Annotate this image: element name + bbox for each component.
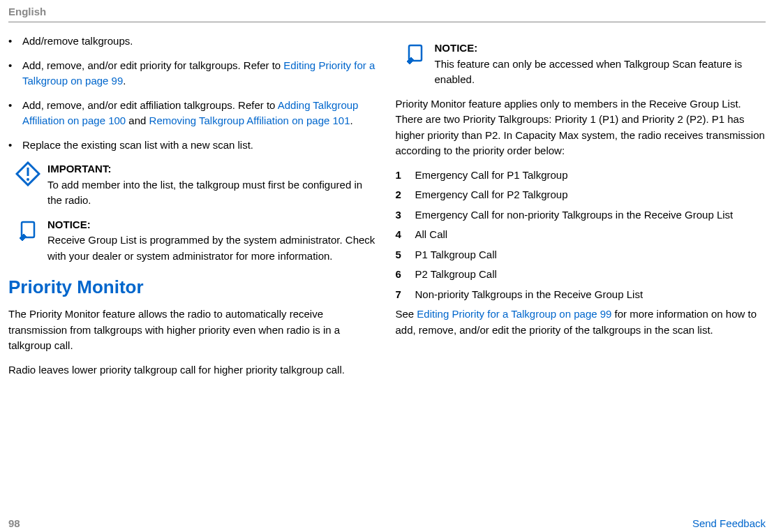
important-icon	[8, 161, 47, 209]
list-number: 5	[396, 247, 415, 263]
notice-icon	[396, 40, 435, 88]
notice-text: NOTICE: This feature can only be accesse…	[435, 40, 766, 88]
svg-point-2	[27, 178, 29, 181]
list-text: Emergency Call for non-priority Talkgrou…	[415, 207, 734, 223]
bullet-dot: •	[8, 34, 22, 50]
list-text: P2 Talkgroup Call	[415, 267, 497, 283]
paragraph: The Priority Monitor feature allows the …	[8, 306, 379, 354]
content-columns: • Add/remove talkgroups. • Add, remove, …	[8, 34, 766, 386]
bullet-text-post: .	[350, 114, 353, 126]
important-body: To add member into the list, the talkgro…	[47, 177, 379, 209]
bullet-text-pre: Add, remove, and/or edit priority for ta…	[22, 59, 283, 71]
notice-body: Receive Group List is programmed by the …	[47, 232, 379, 264]
list-number: 4	[396, 227, 415, 243]
bullet-text-post: .	[123, 75, 126, 87]
list-text: Emergency Call for P1 Talkgroup	[415, 168, 568, 184]
notice-callout: NOTICE: This feature can only be accesse…	[396, 40, 766, 88]
bullet-dot: •	[8, 138, 22, 154]
list-item: 4 All Call	[396, 227, 766, 243]
list-text: All Call	[415, 227, 448, 243]
left-column: • Add/remove talkgroups. • Add, remove, …	[8, 34, 379, 386]
page-number: 98	[8, 517, 20, 529]
page-header: English	[8, 6, 766, 17]
bullet-text-pre: Add, remove, and/or edit affiliation tal…	[22, 99, 278, 111]
list-text: P1 Talkgroup Call	[415, 247, 497, 263]
important-text: IMPORTANT: To add member into the list, …	[47, 161, 379, 209]
bullet-text: Add, remove, and/or edit priority for ta…	[22, 58, 379, 89]
list-item: 5 P1 Talkgroup Call	[396, 247, 766, 263]
link-remove-affiliation[interactable]: Removing Talkgroup Affiliation on page 1…	[149, 114, 350, 126]
notice-title: NOTICE:	[47, 217, 379, 233]
paragraph: Priority Monitor feature applies only to…	[396, 96, 766, 159]
list-item: 7 Non-priority Talkgroups in the Receive…	[396, 287, 766, 303]
list-item: 2 Emergency Call for P2 Talkgroup	[396, 187, 766, 203]
closing-paragraph: See Editing Priority for a Talkgroup on …	[396, 306, 766, 338]
notice-callout: NOTICE: Receive Group List is programmed…	[8, 217, 379, 265]
paragraph: Radio leaves lower priority talkgroup ca…	[8, 362, 379, 378]
list-number: 7	[396, 287, 415, 303]
bullet-text: Add, remove, and/or edit affiliation tal…	[22, 98, 379, 129]
bullet-item: • Add, remove, and/or edit priority for …	[8, 58, 379, 89]
list-number: 3	[396, 207, 415, 223]
header-divider	[8, 22, 766, 22]
bullet-item: • Add/remove talkgroups.	[8, 34, 379, 50]
send-feedback-link[interactable]: Send Feedback	[692, 517, 766, 529]
section-title-priority-monitor: Priority Monitor	[8, 276, 379, 298]
list-text: Non-priority Talkgroups in the Receive G…	[415, 287, 643, 303]
bullet-item: • Replace the existing scan list with a …	[8, 138, 379, 154]
list-item: 3 Emergency Call for non-priority Talkgr…	[396, 207, 766, 223]
bullet-item: • Add, remove, and/or edit affiliation t…	[8, 98, 379, 129]
bullet-text: Add/remove talkgroups.	[22, 34, 379, 50]
list-number: 1	[396, 168, 415, 184]
list-number: 6	[396, 267, 415, 283]
closing-pre: See	[396, 308, 417, 320]
bullet-dot: •	[8, 58, 22, 89]
bullet-text: Replace the existing scan list with a ne…	[22, 138, 379, 154]
list-item: 6 P2 Talkgroup Call	[396, 267, 766, 283]
list-number: 2	[396, 187, 415, 203]
page-footer: 98 Send Feedback	[8, 517, 766, 529]
important-title: IMPORTANT:	[47, 161, 379, 177]
notice-text: NOTICE: Receive Group List is programmed…	[47, 217, 379, 265]
notice-icon	[8, 217, 47, 265]
list-item: 1 Emergency Call for P1 Talkgroup	[396, 168, 766, 184]
right-column: NOTICE: This feature can only be accesse…	[396, 34, 766, 386]
notice-title: NOTICE:	[435, 40, 766, 57]
important-callout: IMPORTANT: To add member into the list, …	[8, 161, 379, 209]
link-edit-priority-2[interactable]: Editing Priority for a Talkgroup on page…	[417, 308, 611, 320]
bullet-dot: •	[8, 98, 22, 129]
bullet-text-mid: and	[126, 114, 149, 126]
list-text: Emergency Call for P2 Talkgroup	[415, 187, 568, 203]
notice-body: This feature can only be accessed when T…	[435, 57, 766, 88]
